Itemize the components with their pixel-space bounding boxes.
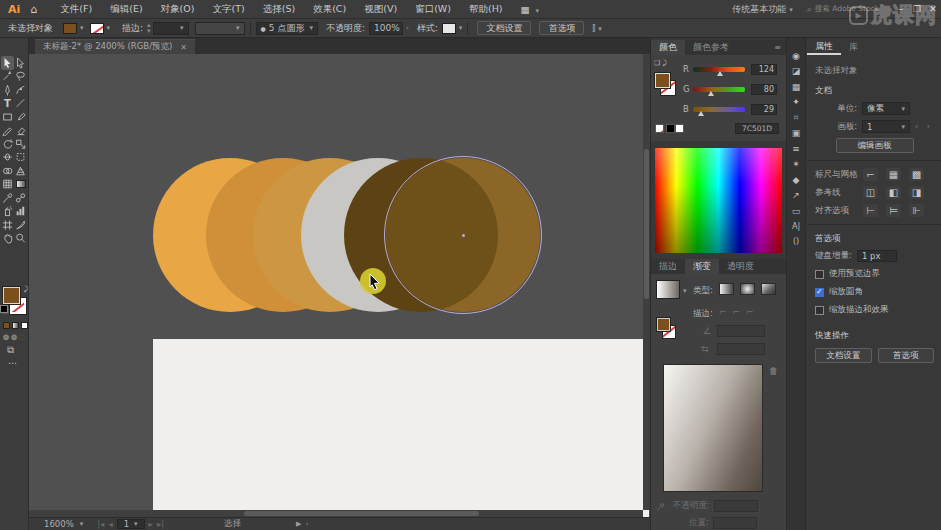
draw-normal-icon[interactable]: ◍ xyxy=(3,333,9,341)
close-button[interactable]: ✕ xyxy=(925,4,941,14)
edit-toolbar-icon[interactable]: ⋯ xyxy=(8,358,18,368)
slider-b-handle[interactable] xyxy=(698,111,704,116)
minimize-button[interactable]: – xyxy=(893,4,909,14)
workspace-switcher[interactable]: 传统基本功能▾ xyxy=(732,3,793,16)
layers-panel-icon[interactable]: ◆ xyxy=(793,174,800,185)
default-fill-stroke-icon[interactable] xyxy=(2,307,9,314)
pathfinder-panel-icon[interactable]: ▣ xyxy=(792,128,801,139)
selection-tool[interactable] xyxy=(1,56,14,70)
grid-icon[interactable]: ▦ xyxy=(886,168,901,181)
freeform-gradient-button[interactable] xyxy=(761,283,776,295)
gradient-fill-proxy[interactable] xyxy=(657,318,670,331)
gradient-thumbnail[interactable] xyxy=(656,280,680,299)
opacity-input[interactable]: 100% xyxy=(369,22,403,35)
use-preview-bounds-row[interactable]: 使用预览边界 xyxy=(815,268,934,280)
unit-dropdown[interactable]: 像素▾ xyxy=(862,102,910,115)
menu-effect[interactable]: 效果(C) xyxy=(304,3,355,16)
color-spectrum[interactable] xyxy=(655,148,782,253)
tab-gradient[interactable]: 渐变 xyxy=(685,259,719,274)
lasso-tool[interactable] xyxy=(14,70,27,84)
column-graph-tool[interactable] xyxy=(14,205,27,219)
shaper-tool[interactable] xyxy=(1,124,14,138)
perspective-grid-tool[interactable] xyxy=(14,164,27,178)
character-panel-icon[interactable]: A| xyxy=(792,221,800,232)
qa-preferences-button[interactable]: 首选项 xyxy=(878,348,935,363)
shape-builder-tool[interactable] xyxy=(1,164,14,178)
canvas[interactable] xyxy=(29,54,650,517)
stroke-weight-input[interactable]: ▾ xyxy=(153,22,189,35)
scale-corners-checkbox[interactable] xyxy=(815,288,824,297)
transparency-grid-icon[interactable]: ▩ xyxy=(909,168,924,181)
home-icon[interactable]: ⌂ xyxy=(30,3,37,16)
type-tool[interactable]: T xyxy=(1,97,14,111)
snap-to-point-icon[interactable]: ⊢ xyxy=(863,204,878,217)
eyedropper-tool[interactable] xyxy=(1,191,14,205)
screen-mode-icon[interactable]: ⧉ xyxy=(7,344,14,356)
direct-selection-tool[interactable] xyxy=(14,56,27,70)
slider-r-handle[interactable] xyxy=(717,71,723,76)
artboards-panel-icon[interactable]: ▭ xyxy=(792,205,801,216)
tab-color[interactable]: 颜色 xyxy=(651,40,685,55)
gradient-mode-button[interactable] xyxy=(12,322,19,329)
brush-dropdown[interactable]: ●5 点圆形▾ xyxy=(256,22,318,35)
prev-artboard-icon[interactable]: ◂ xyxy=(108,519,112,529)
align-panel-icon[interactable]: ≡ xyxy=(792,143,800,154)
first-artboard-icon[interactable]: |◂ xyxy=(97,519,104,529)
stroke-stepper[interactable]: ▴▾ xyxy=(147,22,151,34)
pen-tool[interactable] xyxy=(1,83,14,97)
layout-switcher-icon[interactable]: ▦ ▾ xyxy=(512,4,549,15)
free-transform-tool[interactable] xyxy=(14,151,27,165)
mesh-tool[interactable] xyxy=(1,178,14,192)
transform-panel-icon[interactable]: ⌗ xyxy=(793,112,798,123)
use-preview-bounds-checkbox[interactable] xyxy=(815,270,824,279)
horizontal-scrollbar-thumb[interactable] xyxy=(244,511,479,516)
slider-b-value[interactable]: 29 xyxy=(751,104,777,115)
tab-close-icon[interactable]: ✕ xyxy=(180,43,187,52)
color-fill-proxy[interactable] xyxy=(655,73,670,88)
slider-r-value[interactable]: 124 xyxy=(751,64,777,75)
menu-type[interactable]: 文字(T) xyxy=(203,3,253,16)
tab-transparency[interactable]: 透明度 xyxy=(719,259,762,274)
menu-edit[interactable]: 编辑(E) xyxy=(101,3,151,16)
panel-menu-icon[interactable]: ≡ xyxy=(774,43,781,52)
gradient-tool[interactable] xyxy=(14,178,27,192)
menu-help[interactable]: 帮助(H) xyxy=(460,3,512,16)
rectangle-tool[interactable] xyxy=(1,110,14,124)
width-profile-dropdown[interactable]: ▾ xyxy=(195,22,245,35)
keyboard-increment-field[interactable]: 1 px xyxy=(857,250,897,262)
zoom-tool[interactable] xyxy=(14,232,27,246)
color-panel-icon[interactable]: ◉ xyxy=(792,50,800,61)
slider-g-track[interactable] xyxy=(693,87,745,92)
gradient-slider-preview[interactable] xyxy=(663,364,763,492)
slider-g-handle[interactable] xyxy=(708,91,714,96)
draw-inside-icon[interactable]: ◌ xyxy=(19,333,25,341)
line-segment-tool[interactable] xyxy=(14,97,27,111)
draw-behind-icon[interactable]: ◍ xyxy=(11,333,17,341)
artboard-number-dropdown[interactable]: 1▾ xyxy=(117,519,145,529)
next-artboard-icon[interactable]: ▸ xyxy=(149,519,153,529)
vertical-scrollbar[interactable] xyxy=(643,54,650,510)
hex-value-field[interactable]: 7C501D xyxy=(735,123,779,134)
menu-select[interactable]: 选择(S) xyxy=(254,3,304,16)
hand-tool[interactable] xyxy=(1,232,14,246)
scale-strokes-effects-checkbox[interactable] xyxy=(815,306,824,315)
artboard-prev-next-icons[interactable]: ‹ › xyxy=(915,122,933,131)
rotate-tool[interactable] xyxy=(1,137,14,151)
artboard[interactable] xyxy=(153,339,649,517)
scale-strokes-effects-row[interactable]: 缩放描边和效果 xyxy=(815,304,934,316)
menu-window[interactable]: 窗口(W) xyxy=(406,3,460,16)
document-tab[interactable]: 未标题-2* @ 2400% (RGB/预览) ✕ xyxy=(35,39,195,54)
vertical-scrollbar-thumb[interactable] xyxy=(644,149,649,299)
tab-color-guide[interactable]: 颜色参考 xyxy=(685,40,737,55)
scale-tool[interactable] xyxy=(14,137,27,151)
stroke-color-swatch[interactable] xyxy=(90,23,104,34)
snap-to-grid-icon[interactable]: ⊨ xyxy=(886,204,901,217)
horizontal-scrollbar[interactable] xyxy=(29,510,643,517)
gradient-thumbnail-caret[interactable]: ▾ xyxy=(683,287,687,295)
appearance-panel-icon[interactable]: ✶ xyxy=(792,159,800,170)
restore-button[interactable]: ❐ xyxy=(909,4,925,14)
magic-wand-tool[interactable] xyxy=(1,70,14,84)
fill-stroke-indicator[interactable]: ⤸ xyxy=(2,285,28,321)
symbol-sprayer-tool[interactable] xyxy=(1,205,14,219)
eraser-tool[interactable] xyxy=(14,124,27,138)
